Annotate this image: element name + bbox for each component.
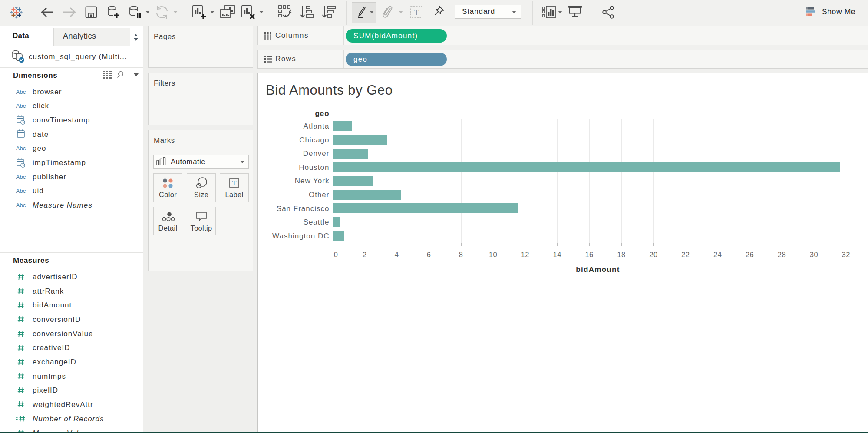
svg-text:T: T (414, 8, 419, 17)
svg-text:T: T (232, 179, 237, 187)
